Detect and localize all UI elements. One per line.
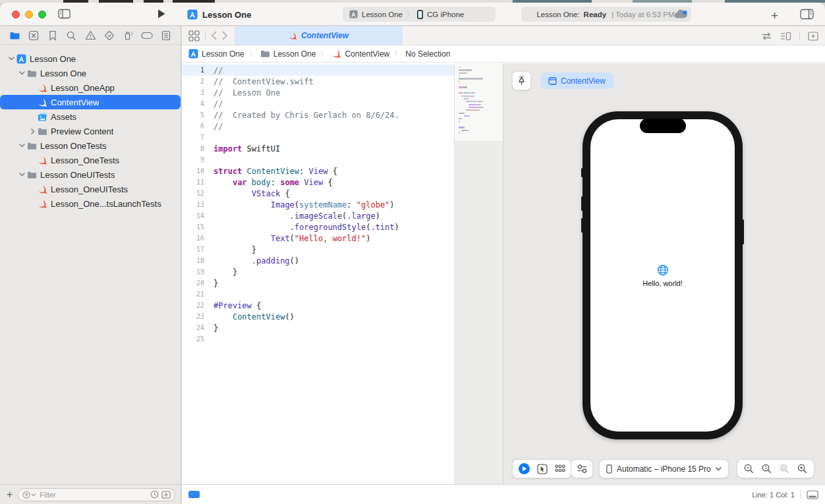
tree-item-label: Lesson OneUITests: [40, 170, 115, 180]
tree-item-lesson-onetests[interactable]: Lesson OneTests: [0, 138, 181, 153]
live-preview-button[interactable]: [519, 463, 530, 474]
breadcrumb-item[interactable]: Lesson One: [188, 49, 244, 59]
line-number: 8: [182, 145, 204, 152]
tree-item-lesson-oneuitests[interactable]: Lesson OneUITests: [0, 167, 181, 182]
code-line-9[interactable]: 9: [182, 154, 454, 165]
line-number: 5: [182, 111, 204, 119]
close-window-button[interactable]: [12, 11, 20, 18]
code-line-25[interactable]: 25: [182, 333, 454, 345]
related-items-icon[interactable]: [188, 30, 200, 42]
tree-item-lesson-one[interactable]: Lesson One: [0, 66, 181, 80]
tree-item-assets[interactable]: Assets: [0, 109, 181, 124]
breadcrumb-item[interactable]: No Selection: [405, 49, 450, 59]
filter-input[interactable]: Filter: [18, 488, 175, 501]
issues-icon[interactable]: [84, 29, 97, 42]
bookmarks-icon[interactable]: [46, 29, 59, 42]
breakpoints-toggle[interactable]: [188, 491, 200, 498]
code-line-19[interactable]: 19 }: [182, 266, 454, 277]
tree-item-lesson-one[interactable]: Lesson One: [0, 51, 181, 66]
code-line-11[interactable]: 11 var body: some View {: [182, 177, 454, 188]
code-line-8[interactable]: 8import SwiftUI: [182, 143, 454, 154]
window-title-text: Lesson One: [202, 10, 251, 20]
source-editor[interactable]: 1//2// ContentView.swift3// Lesson One4/…: [182, 63, 454, 484]
zoom-fit-icon[interactable]: [779, 463, 790, 474]
disclosure-open-icon[interactable]: [17, 173, 27, 177]
tab-contentview[interactable]: ContentView: [235, 26, 403, 45]
code-line-24[interactable]: 24}: [182, 322, 454, 333]
add-editor-icon[interactable]: [808, 32, 818, 41]
code-line-23[interactable]: 23 ContentView(): [182, 311, 454, 322]
variants-mode-button[interactable]: [555, 464, 565, 473]
code-line-20[interactable]: 20}: [182, 277, 454, 289]
reports-icon[interactable]: [159, 29, 173, 42]
find-icon[interactable]: [65, 29, 78, 42]
zoom-window-button[interactable]: [38, 11, 46, 18]
device-settings-button[interactable]: [571, 459, 593, 478]
scheme-selector[interactable]: Lesson One 〉 CG iPhone: [343, 7, 496, 22]
disclosure-open-icon[interactable]: [17, 71, 27, 75]
code-line-12[interactable]: 12 VStack {: [182, 188, 454, 199]
tree-item-lesson-onetests[interactable]: Lesson_OneTests: [0, 153, 181, 167]
swift-icon: [38, 155, 50, 165]
chevron-right-icon: 〉: [248, 49, 256, 59]
code-line-1[interactable]: 1//: [182, 65, 454, 76]
code-line-14[interactable]: 14 .imageScale(.large): [182, 210, 454, 221]
code-line-16[interactable]: 16 Text("Hello, world!"): [182, 233, 454, 244]
project-navigator-icon[interactable]: [8, 29, 21, 42]
code-line-7[interactable]: 7: [182, 132, 454, 143]
navigate-forward-icon[interactable]: [222, 31, 228, 40]
tree-item-lesson-one-tslaunchtests[interactable]: Lesson_One...tsLaunchTests: [0, 196, 181, 211]
tests-icon[interactable]: [103, 29, 116, 42]
tree-item-contentview[interactable]: ContentView: [0, 95, 181, 109]
breakpoints-icon[interactable]: [140, 29, 154, 42]
debug-gauge-icon[interactable]: [122, 29, 135, 42]
recent-files-clock-icon[interactable]: [150, 490, 159, 499]
breadcrumb-item[interactable]: Lesson One: [260, 49, 316, 59]
source-control-status-icon[interactable]: [161, 491, 171, 499]
activity-viewer[interactable]: Lesson One: Ready | Today at 6:53 PM: [521, 7, 691, 22]
disclosure-closed-icon[interactable]: [28, 128, 38, 134]
source-control-icon[interactable]: [27, 29, 40, 42]
code-review-icon[interactable]: [761, 32, 772, 41]
zoom-out-icon[interactable]: [743, 463, 754, 474]
run-button[interactable]: [157, 9, 166, 19]
disclosure-open-icon[interactable]: [7, 57, 16, 61]
code-line-18[interactable]: 18 .padding(): [182, 255, 454, 266]
editor-options-icon[interactable]: [780, 32, 791, 41]
code-line-17[interactable]: 17 }: [182, 244, 454, 255]
debug-area-toggle-icon[interactable]: [807, 490, 818, 499]
navigator-sidebar-toggle-icon[interactable]: [58, 9, 71, 19]
inspector-sidebar-toggle-icon[interactable]: [800, 9, 814, 20]
code-text: .foregroundStyle(.tint): [204, 223, 399, 232]
code-line-3[interactable]: 3// Lesson One: [182, 87, 454, 98]
selectable-mode-button[interactable]: [537, 464, 548, 474]
disclosure-open-icon[interactable]: [17, 144, 27, 148]
code-line-21[interactable]: 21: [182, 289, 454, 300]
code-line-6[interactable]: 6//: [182, 121, 454, 132]
preview-screen[interactable]: Hello, world!: [590, 119, 735, 432]
code-line-22[interactable]: 22#Preview {: [182, 300, 454, 311]
zoom-100-icon[interactable]: 1: [761, 463, 772, 474]
pin-preview-button[interactable]: [512, 71, 531, 90]
tree-item-lesson-oneuitests[interactable]: Lesson_OneUITests: [0, 182, 181, 196]
preview-device-selector[interactable]: Automatic – iPhone 15 Pro: [599, 459, 729, 478]
zoom-in-icon[interactable]: [797, 463, 808, 474]
navigate-back-icon[interactable]: [211, 31, 217, 40]
minimize-window-button[interactable]: [25, 11, 33, 18]
code-line-2[interactable]: 2// ContentView.swift: [182, 76, 454, 87]
code-line-15[interactable]: 15 .foregroundStyle(.tint): [182, 221, 454, 233]
code-line-5[interactable]: 5// Created by Chris Gerlach on 8/6/24.: [182, 109, 454, 121]
preview-target-chip[interactable]: ContentView: [540, 72, 613, 89]
minimap[interactable]: [454, 63, 503, 484]
breadcrumb-item[interactable]: ContentView: [331, 49, 389, 59]
add-file-button[interactable]: +: [5, 490, 14, 500]
tree-item-label: Preview Content: [50, 126, 113, 136]
tree-item-lesson-oneapp[interactable]: Lesson_OneApp: [0, 80, 181, 95]
code-line-4[interactable]: 4//: [182, 98, 454, 109]
navigator-sidebar: Lesson OneLesson OneLesson_OneAppContent…: [0, 26, 181, 504]
globe-icon: [657, 264, 669, 276]
add-button[interactable]: +: [771, 9, 778, 23]
tree-item-preview-content[interactable]: Preview Content: [0, 124, 181, 138]
code-line-13[interactable]: 13 Image(systemName: "globe"): [182, 199, 454, 210]
code-line-10[interactable]: 10struct ContentView: View {: [182, 165, 454, 177]
